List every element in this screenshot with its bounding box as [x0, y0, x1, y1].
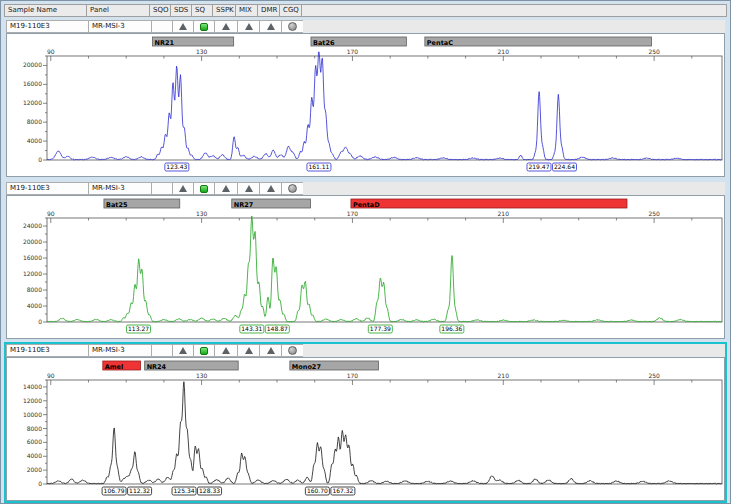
peak-size-label[interactable]: 143.31	[240, 325, 264, 333]
electropherogram-plot[interactable]: NR21Bat26PentaC9013017021025004000800012…	[7, 34, 724, 176]
flag-cell-sspk[interactable]	[214, 20, 237, 33]
flag-cell-sspk[interactable]	[214, 344, 237, 357]
peak-label-text: 196.36	[441, 325, 462, 332]
peak-size-label[interactable]: 219.47	[527, 163, 551, 171]
x-tick-label: 90	[47, 210, 55, 217]
sample-row-3[interactable]: M19-110E3MR-MSI-3	[6, 344, 725, 357]
peak-size-label[interactable]: 161.11	[307, 163, 331, 171]
flag-cell-sq[interactable]	[193, 344, 214, 357]
column-header-mix[interactable]: MIX	[235, 4, 257, 17]
peak-size-label[interactable]: 128.33	[198, 487, 222, 495]
y-tick-label: 8000	[27, 286, 42, 293]
peak-size-label[interactable]: 113.27	[127, 325, 151, 333]
flag-cell-sds[interactable]	[172, 182, 193, 195]
y-tick-label: 16000	[23, 254, 42, 261]
column-header-sq[interactable]: SQ	[191, 4, 212, 17]
warning-triangle-icon	[245, 347, 253, 354]
marker-bar-amel[interactable]: Amel	[103, 361, 141, 371]
x-tick-label: 170	[347, 372, 359, 379]
peak-size-label[interactable]: 167.32	[331, 487, 355, 495]
marker-bar-rect	[425, 37, 652, 46]
peak-label-text: 106.79	[104, 487, 125, 494]
peak-size-label[interactable]: 224.64	[552, 163, 576, 171]
electropherogram-panel-3[interactable]: AmelNR24Mono2790130170210250020004000600…	[6, 357, 725, 501]
sample-sections: M19-110E3MR-MSI-3NR21Bat26PentaC90130170…	[4, 18, 727, 503]
flag-cell-cgq[interactable]	[281, 182, 303, 195]
sample-section-1[interactable]: M19-110E3MR-MSI-3NR21Bat26PentaC90130170…	[4, 18, 727, 179]
marker-bar-pentad[interactable]: PentaD	[351, 199, 627, 209]
peak-label-text: 177.39	[370, 325, 391, 332]
panel-name: MR-MSI-3	[88, 20, 151, 33]
x-tick-label: 170	[347, 48, 359, 55]
peak-size-label[interactable]: 196.36	[440, 325, 464, 333]
peak-label-text: 123.43	[166, 163, 187, 170]
marker-bar-mono27[interactable]: Mono27	[290, 361, 379, 371]
flag-cell-sspk[interactable]	[214, 182, 237, 195]
peak-size-label[interactable]: 125.34	[172, 487, 196, 495]
peak-size-label[interactable]: 106.79	[102, 487, 126, 495]
electropherogram-panel-2[interactable]: Bat25NR27PentaD9013017021025004000800012…	[6, 195, 725, 339]
flag-cell-sqo[interactable]	[151, 344, 172, 357]
electropherogram-plot[interactable]: AmelNR24Mono2790130170210250020004000600…	[7, 358, 724, 500]
x-tick-label: 210	[498, 372, 510, 379]
flag-cell-sq[interactable]	[193, 20, 214, 33]
column-header-sspk[interactable]: SSPK	[212, 4, 235, 17]
warning-triangle-icon	[245, 185, 253, 192]
column-header-filler	[301, 4, 727, 17]
peak-size-label[interactable]: 148.87	[265, 325, 289, 333]
marker-bar-label: Bat26	[313, 39, 335, 47]
y-tick-label: 12000	[23, 397, 42, 404]
peak-size-label[interactable]: 123.43	[165, 163, 189, 171]
peak-size-label[interactable]: 160.70	[305, 487, 329, 495]
peak-label-text: 112.32	[129, 487, 150, 494]
flag-cell-dmr[interactable]	[259, 344, 281, 357]
flag-cell-cgq[interactable]	[281, 344, 303, 357]
flag-cell-sds[interactable]	[172, 344, 193, 357]
marker-bar-nr27[interactable]: NR27	[232, 199, 311, 209]
peak-label-text: 219.47	[528, 163, 549, 170]
flag-cell-mix[interactable]	[237, 182, 259, 195]
y-tick-label: 16000	[23, 80, 42, 87]
marker-bar-pentac[interactable]: PentaC	[425, 37, 652, 47]
flag-cell-sqo[interactable]	[151, 182, 172, 195]
column-header-sample-name[interactable]: Sample Name	[4, 4, 86, 17]
y-tick-label: 20000	[23, 61, 42, 68]
flag-cell-sqo[interactable]	[151, 20, 172, 33]
sample-section-3[interactable]: M19-110E3MR-MSI-3AmelNR24Mono27901301702…	[4, 342, 727, 503]
strip-filler	[303, 20, 725, 33]
x-tick-label: 210	[498, 210, 510, 217]
electropherogram-plot[interactable]: Bat25NR27PentaD9013017021025004000800012…	[7, 196, 724, 338]
marker-bar-bat26[interactable]: Bat26	[311, 37, 406, 47]
pass-square-icon	[200, 23, 208, 31]
column-header-panel[interactable]: Panel	[86, 4, 149, 17]
sample-row-1[interactable]: M19-110E3MR-MSI-3	[6, 20, 725, 33]
flag-cell-mix[interactable]	[237, 344, 259, 357]
pass-square-icon	[200, 185, 208, 193]
flag-cell-cgq[interactable]	[281, 20, 303, 33]
flag-cell-sds[interactable]	[172, 20, 193, 33]
column-header-sds[interactable]: SDS	[170, 4, 191, 17]
peak-size-label[interactable]: 177.39	[368, 325, 392, 333]
column-header-sqo[interactable]: SQO	[149, 4, 170, 17]
peak-label-text: 125.34	[174, 487, 195, 494]
y-tick-label: 4000	[27, 452, 42, 459]
flag-cell-dmr[interactable]	[259, 182, 281, 195]
sample-section-2[interactable]: M19-110E3MR-MSI-3Bat25NR27PentaD90130170…	[4, 180, 727, 341]
column-header-dmr[interactable]: DMR	[257, 4, 279, 17]
marker-bar-bat25[interactable]: Bat25	[104, 199, 180, 209]
flag-cell-sq[interactable]	[193, 182, 214, 195]
electropherogram-panel-1[interactable]: NR21Bat26PentaC9013017021025004000800012…	[6, 33, 725, 177]
x-tick-label: 170	[347, 210, 359, 217]
column-header-cgq[interactable]: CGQ	[279, 4, 301, 17]
marker-bar-nr24[interactable]: NR24	[145, 361, 239, 371]
flag-cell-mix[interactable]	[237, 20, 259, 33]
marker-bar-nr21[interactable]: NR21	[153, 37, 234, 47]
marker-bar-rect	[351, 199, 627, 208]
flag-cell-dmr[interactable]	[259, 20, 281, 33]
peak-size-label[interactable]: 112.32	[128, 487, 152, 495]
sample-row-2[interactable]: M19-110E3MR-MSI-3	[6, 182, 725, 195]
marker-bar-label: PentaD	[353, 201, 380, 209]
x-tick-label: 90	[47, 48, 55, 55]
plot-frame	[47, 380, 722, 484]
peak-label-text: 128.33	[199, 487, 220, 494]
